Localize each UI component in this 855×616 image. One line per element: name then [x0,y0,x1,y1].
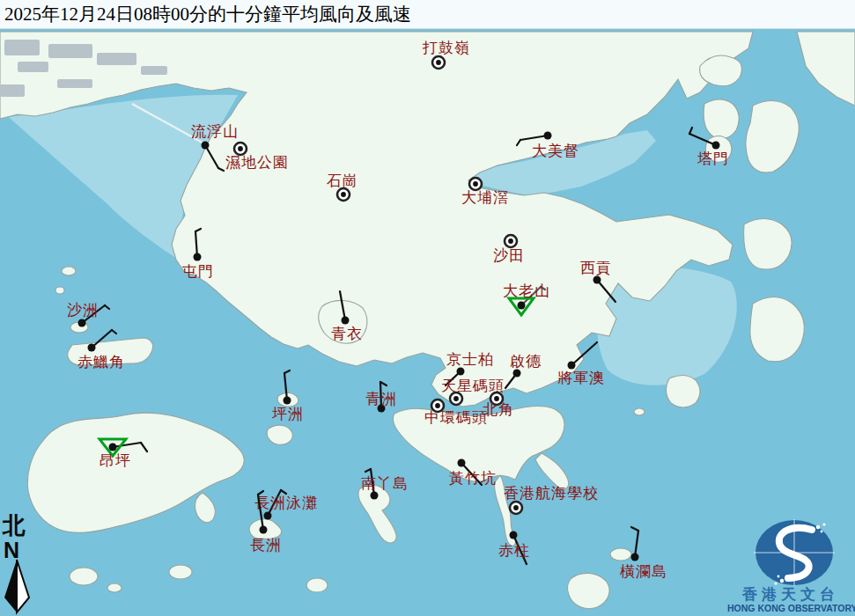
station-dot [284,397,291,405]
station-dot [458,459,466,467]
calm-wind-center-dot [513,505,519,510]
calm-wind-center-dot [508,238,513,244]
station-dot [260,526,268,534]
station-dot [513,370,521,378]
calm-wind-center-dot [453,396,459,401]
station-label: 赤鱲角 [77,354,125,370]
calm-wind-center-dot [473,181,478,187]
calm-wind-center-dot [435,403,440,408]
station-label: 流浮山 [191,123,239,140]
hko-name-cjk: 香港天文台 [727,587,854,603]
station-label: 將軍澳 [557,370,605,386]
station-dot [593,276,601,284]
station-label: 青衣 [331,326,363,342]
station-label: 啟德 [510,353,542,370]
station-label: 昂坪 [100,452,131,469]
station-label: 塔門 [697,150,729,167]
station-label: 橫瀾島 [620,563,667,580]
hko-name-en: HONG KONG OBSERVATORY [727,603,854,614]
station-dot [568,362,576,370]
station-dot [78,319,86,327]
station-label: 石崗 [327,172,358,189]
station-label: 沙田 [493,247,525,264]
station-label: 北角 [483,401,514,418]
station-label: 沙洲 [67,302,99,319]
hong-kong-map: 打鼓嶺流浮山濕地公園石崗大埔滘沙田大美督塔門屯門沙洲赤鱲角西貢大老山青衣京士柏啟… [0,0,855,616]
station-label: 京士柏 [446,351,494,368]
station-label: 長洲 [250,537,282,554]
station-label: 黃竹坑 [449,470,497,487]
station-label: 大埔滘 [461,189,509,206]
calm-wind-center-dot [436,60,441,65]
station-dot [712,142,720,150]
station-dot [342,317,350,325]
station-label: 濕地公園 [225,154,289,171]
station-dot [518,302,526,310]
station-label: 青洲 [365,391,397,407]
title-bar: 2025年12月24日08時00分的十分鐘平均風向及風速 [0,0,855,29]
station-label: 長洲泳灘 [254,495,318,511]
station-dot [544,132,552,140]
station-label: 坪洲 [272,406,304,422]
station-label: 大美督 [532,143,579,159]
wind-map-app: 打鼓嶺流浮山濕地公園石崗大埔滘沙田大美督塔門屯門沙洲赤鱲角西貢大老山青衣京士柏啟… [0,0,855,616]
station-dot [194,253,202,261]
station-label: 屯門 [182,263,214,280]
station-dot [371,492,379,500]
station-label: 香港航海學校 [504,485,599,502]
station-dot [631,554,639,561]
hko-logo: 香港天文台 HONG KONG OBSERVATORY [727,587,854,614]
north-label-cjk: 北 [3,515,26,538]
station-label: 西貢 [580,260,612,276]
station-label: 南丫島 [361,475,409,492]
north-label-letter: N [4,540,19,560]
station-dot [264,512,272,520]
station-label: 大老山 [503,282,550,299]
map-title: 2025年12月24日08時00分的十分鐘平均風向及風速 [4,4,411,25]
station-dot [457,368,465,376]
calm-wind-center-dot [238,146,243,151]
station-label: 中環碼頭 [424,409,488,426]
station-dot [109,444,117,451]
station-label: 打鼓嶺 [422,40,470,56]
station-dot [88,344,96,352]
station-dot [510,532,518,539]
calm-wind-center-dot [341,192,346,197]
station-label: 赤柱 [498,542,530,559]
station-dot [202,142,210,150]
